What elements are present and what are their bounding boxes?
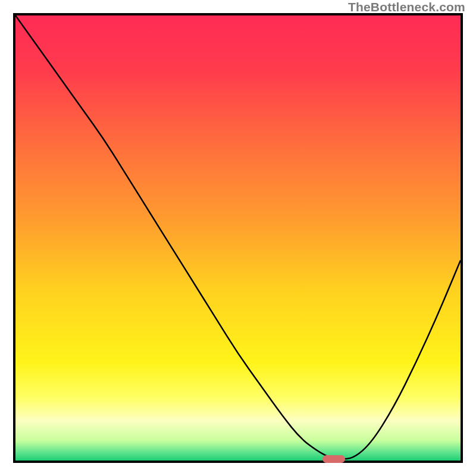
chart-container: TheBottleneck.com	[0, 0, 476, 476]
plot-area	[13, 13, 463, 463]
bottleneck-curve	[15, 15, 461, 459]
watermark-text: TheBottleneck.com	[348, 0, 465, 14]
curve-layer	[15, 15, 461, 461]
optimal-marker	[322, 455, 345, 463]
